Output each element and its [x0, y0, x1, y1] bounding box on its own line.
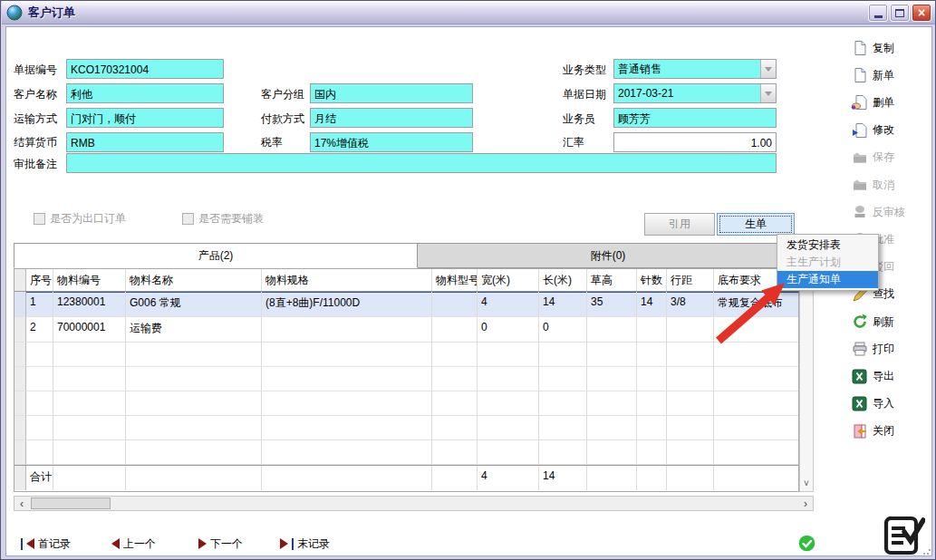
table-header-cell[interactable]: 行距 — [667, 269, 714, 291]
paving-checkbox[interactable] — [182, 213, 194, 225]
row-selector-cell[interactable] — [14, 343, 26, 367]
row-selector-cell[interactable] — [14, 367, 26, 391]
table-cell[interactable] — [432, 416, 478, 440]
table-cell[interactable] — [262, 466, 432, 490]
export-order-checkbox[interactable] — [34, 213, 45, 225]
table-cell[interactable] — [587, 391, 637, 416]
table-cell[interactable] — [539, 416, 587, 440]
table-cell[interactable] — [667, 416, 714, 440]
scroll-down-icon[interactable]: ˅ — [801, 478, 812, 489]
exchange-rate-field[interactable]: 1.00 — [613, 132, 777, 152]
table-cell[interactable] — [432, 466, 478, 490]
row-selector-cell[interactable] — [14, 416, 26, 440]
table-cell[interactable] — [637, 466, 667, 490]
table-cell[interactable] — [714, 343, 799, 367]
customer-name-field[interactable]: 利他 — [66, 83, 224, 103]
table-empty-row[interactable] — [14, 416, 799, 440]
row-selector-cell[interactable] — [14, 269, 26, 291]
table-cell[interactable] — [667, 343, 714, 367]
table-cell[interactable] — [26, 367, 53, 391]
toolbar-button-excel-export[interactable]: 导出 — [851, 365, 929, 387]
table-cell[interactable]: 1 — [26, 292, 53, 317]
table-cell[interactable] — [126, 343, 262, 367]
table-header-cell[interactable]: 针数 — [637, 269, 667, 291]
table-header-cell[interactable]: 物料规格 — [262, 269, 432, 291]
table-cell[interactable] — [262, 416, 432, 440]
chevron-down-icon[interactable] — [760, 60, 776, 78]
table-cell[interactable] — [126, 391, 262, 416]
table-cell[interactable] — [53, 391, 126, 416]
table-cell[interactable]: G006 常规 — [126, 292, 262, 317]
table-cell[interactable] — [539, 367, 587, 391]
table-cell[interactable] — [637, 367, 667, 391]
table-cell[interactable] — [26, 440, 53, 465]
table-cell[interactable] — [637, 343, 667, 367]
tab-attachment[interactable]: 附件(0) — [417, 243, 799, 268]
table-cell[interactable] — [262, 367, 432, 391]
table-empty-row[interactable] — [14, 440, 799, 465]
table-cell[interactable] — [714, 367, 799, 391]
menu-item-shipping-schedule[interactable]: 发货安排表 — [777, 237, 878, 254]
table-cell[interactable] — [53, 466, 126, 490]
table-header-cell[interactable]: 物料型号 — [432, 269, 478, 291]
table-cell[interactable] — [667, 466, 714, 490]
table-cell[interactable] — [587, 466, 637, 490]
table-cell[interactable] — [126, 416, 262, 440]
table-empty-row[interactable] — [14, 343, 799, 367]
table-vertical-scrollbar[interactable]: ˄ ˅ — [799, 268, 814, 492]
table-cell[interactable] — [587, 367, 637, 391]
table-cell[interactable] — [262, 391, 432, 416]
approve-note-field[interactable] — [66, 153, 777, 173]
table-cell[interactable]: 0 — [478, 317, 539, 343]
tab-product[interactable]: 产品(2) — [14, 243, 418, 268]
table-cell[interactable] — [432, 343, 478, 367]
table-cell[interactable] — [432, 292, 478, 317]
table-cell[interactable] — [262, 343, 432, 367]
currency-field[interactable]: RMB — [66, 132, 224, 152]
toolbar-button-close-doc[interactable]: 关闭 — [851, 420, 929, 442]
table-cell[interactable] — [478, 416, 539, 440]
table-cell[interactable]: 2 — [26, 317, 53, 343]
minimize-button[interactable] — [868, 4, 888, 22]
toolbar-button-doc-edit[interactable]: 修改 — [851, 120, 929, 141]
table-cell[interactable] — [478, 367, 539, 391]
toolbar-button-excel-import[interactable]: 导入 — [851, 393, 929, 415]
table-row[interactable]: 112380001G006 常规(8直+8曲)F/11000D41435143/… — [14, 292, 799, 317]
scroll-left-icon[interactable]: ‹ — [14, 497, 29, 510]
table-horizontal-scrollbar[interactable]: ‹ › — [14, 496, 814, 511]
toolbar-button-doc-new[interactable]: 新单 — [851, 64, 929, 86]
table-cell[interactable] — [262, 317, 432, 343]
chevron-down-icon[interactable] — [760, 84, 776, 102]
table-cell[interactable] — [637, 440, 667, 465]
table-cell[interactable] — [432, 391, 478, 416]
table-cell[interactable]: 4 — [478, 466, 539, 490]
table-cell[interactable] — [26, 343, 53, 367]
table-cell[interactable]: 合计 — [26, 466, 53, 490]
table-header-cell[interactable]: 物料名称 — [126, 269, 262, 291]
scroll-right-icon[interactable]: › — [798, 497, 813, 510]
nav-first-record[interactable]: 首记录 — [21, 536, 71, 552]
table-cell[interactable] — [667, 391, 714, 416]
toolbar-button-doc-delete[interactable]: 删单 — [851, 92, 929, 113]
table-cell[interactable] — [432, 317, 478, 343]
table-cell[interactable] — [539, 440, 587, 465]
table-cell[interactable] — [478, 440, 539, 465]
table-cell[interactable] — [53, 440, 126, 465]
payment-field[interactable]: 月结 — [310, 108, 473, 128]
table-cell[interactable] — [53, 416, 126, 440]
maximize-button[interactable] — [890, 4, 910, 22]
salesman-field[interactable]: 顾芳芳 — [613, 108, 777, 128]
table-cell[interactable] — [539, 343, 587, 367]
table-cell[interactable] — [53, 343, 126, 367]
table-cell[interactable]: (8直+8曲)F/11000D — [262, 292, 432, 317]
table-cell[interactable]: 12380001 — [53, 292, 126, 317]
table-header-row[interactable]: 序号物料编号物料名称物料规格物料型号宽(米)长(米)草高针数行距底布要求 — [14, 269, 799, 292]
scrollbar-thumb[interactable] — [31, 497, 111, 509]
tax-rate-field[interactable]: 17%增值税 — [310, 132, 473, 152]
table-cell[interactable] — [714, 391, 799, 416]
table-cell[interactable]: 常规复合底布 — [714, 292, 799, 317]
table-cell[interactable]: 70000001 — [53, 317, 126, 343]
table-cell[interactable] — [714, 416, 799, 440]
table-cell[interactable] — [587, 440, 637, 465]
table-header-cell[interactable]: 物料编号 — [53, 269, 126, 291]
